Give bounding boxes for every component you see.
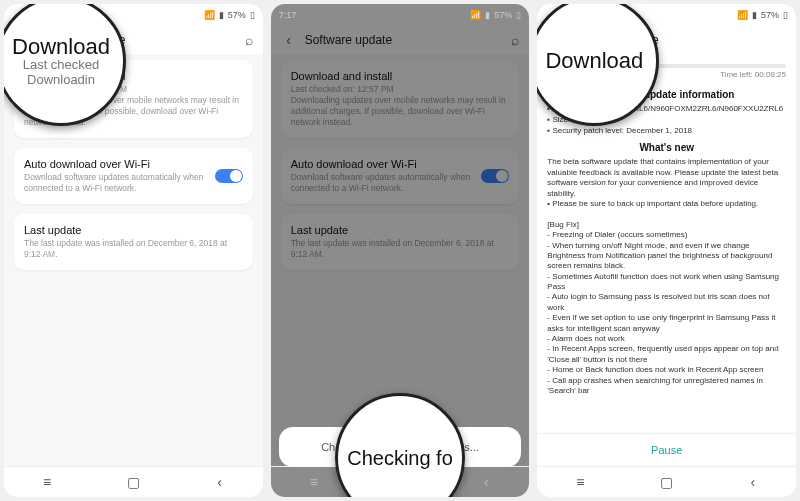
battery-pct: 57% [494,10,512,20]
download-install-card: Download and install Last checked on: 12… [281,60,520,138]
last-update-title: Last update [291,224,510,236]
search-icon[interactable]: ⌕ [245,32,253,48]
wifi-icon: 📶 [737,10,748,20]
magnifier-line1: Download [12,35,110,58]
auto-download-card: Auto download over Wi-Fi Download softwa… [281,148,520,204]
auto-download-title: Auto download over Wi-Fi [291,158,476,170]
wifi-icon: 📶 [470,10,481,20]
whats-new-title: What's new [547,142,786,153]
screen-software-update-main: 📶 ▮ 57% ▯ ‹ Software update ⌕ Download a… [4,4,263,497]
magnifier-line3: Downloadin [27,73,95,88]
auto-download-toggle [481,169,509,183]
bugfix-item: - Auto login to Samsung pass is resolved… [547,292,786,313]
home-button[interactable]: ▢ [123,475,143,489]
wifi-icon: 📶 [204,10,215,20]
last-update-subtitle: The last update was installed on Decembe… [24,238,243,260]
battery-pct: 57% [761,10,779,20]
last-update-subtitle: The last update was installed on Decembe… [291,238,510,260]
bugfix-item: - Home or Back function does not work in… [547,365,786,375]
whats-new-intro: The beta software update that contains i… [547,157,786,199]
signal-icon: ▮ [485,10,490,20]
screen-checking-updates: 7:17 📶 ▮ 57% ▯ ‹ Software update ⌕ Downl… [271,4,530,497]
last-update-card: Last update The last update was installe… [281,214,520,270]
magnifier-line1: Checking fo [347,448,453,469]
magnifier-line1: Download [545,49,643,72]
download-install-title: Download and install [291,70,510,82]
download-install-note: Downloading updates over mobile networks… [291,95,510,128]
bugfix-heading: [Bug Fix] [547,220,786,230]
patch-line: ▪ Security patch level: December 1, 2018 [547,126,786,137]
battery-icon: ▯ [783,10,788,20]
screen-downloading-update: 📶 ▮ 57% ▯ ‹ Software update Time left: 0… [537,4,796,497]
recent-apps-button[interactable]: ≡ [570,475,590,489]
last-update-title: Last update [24,224,243,236]
battery-icon: ▯ [250,10,255,20]
screen-header: ‹ Software update ⌕ [271,26,530,54]
signal-icon: ▮ [752,10,757,20]
bugfix-item: - When turning on/off Night mode, and ev… [547,241,786,272]
battery-icon: ▯ [516,10,521,20]
magnifier-line2: Last checked [23,58,100,73]
navigation-bar: ≡ ▢ ‹ [537,466,796,497]
status-bar: 7:17 📶 ▮ 57% ▯ [271,4,530,26]
home-button[interactable]: ▢ [657,475,677,489]
auto-download-card[interactable]: Auto download over Wi-Fi Download softwa… [14,148,253,204]
back-arrow-icon[interactable]: ‹ [281,32,297,48]
bugfix-list: - Freezing of Dialer (occurs sometimes)-… [547,230,786,396]
bugfix-item: - In Recent Apps screen, frequently used… [547,344,786,365]
whats-new-backup: • Please be sure to back up important da… [547,199,786,209]
recent-apps-button[interactable]: ≡ [37,475,57,489]
battery-pct: 57% [228,10,246,20]
search-icon[interactable]: ⌕ [511,32,519,48]
bugfix-item: - Sometimes Autofill function does not w… [547,272,786,293]
header-title: Software update [305,33,392,47]
last-update-card[interactable]: Last update The last update was installe… [14,214,253,270]
auto-download-toggle[interactable] [215,169,243,183]
recent-apps-button[interactable]: ≡ [304,475,324,489]
status-time: 7:17 [279,10,297,20]
signal-icon: ▮ [219,10,224,20]
back-button[interactable]: ‹ [476,475,496,489]
bugfix-item: - Even if we set option to use only fing… [547,313,786,334]
auto-download-subtitle: Download software updates automatically … [291,172,476,194]
back-button[interactable]: ‹ [210,475,230,489]
pause-button[interactable]: Pause [537,433,796,466]
auto-download-subtitle: Download software updates automatically … [24,172,209,194]
bugfix-item: - Call app crashes when searching for un… [547,376,786,397]
bugfix-item: - Alarm does not work [547,334,786,344]
navigation-bar: ≡ ▢ ‹ [4,466,263,497]
whats-new-body: The beta software update that contains i… [547,157,786,396]
download-install-lastchecked: Last checked on: 12:57 PM [291,84,510,95]
back-button[interactable]: ‹ [743,475,763,489]
bugfix-item: - Freezing of Dialer (occurs sometimes) [547,230,786,240]
auto-download-title: Auto download over Wi-Fi [24,158,209,170]
